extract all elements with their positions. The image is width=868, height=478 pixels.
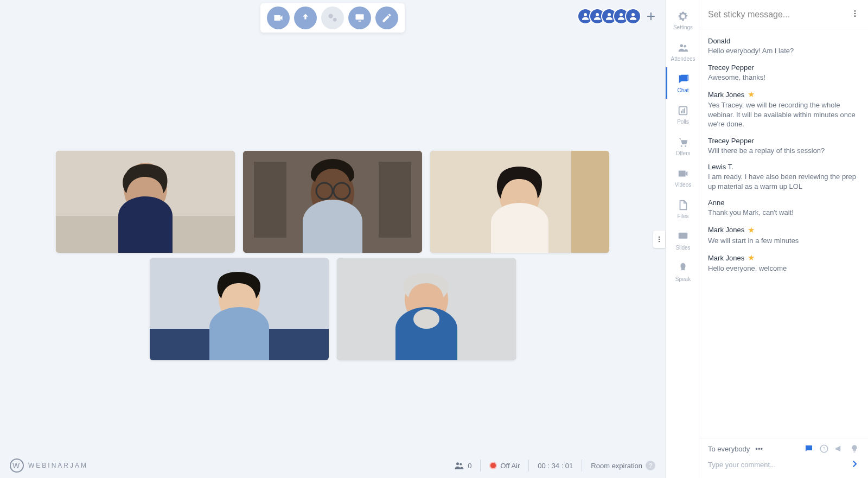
svg-point-8 [631, 13, 635, 16]
svg-point-33 [684, 44, 686, 47]
svg-point-0 [329, 14, 333, 18]
chat-footer: To everybody ••• ? [699, 438, 868, 478]
sidebar-item-label: Chat [677, 87, 688, 93]
draw-button[interactable] [375, 7, 398, 29]
svg-point-27 [659, 236, 660, 237]
brand: W WEBINARJAM [10, 458, 88, 473]
video-tile[interactable] [337, 258, 516, 360]
chat-message-text: Yes Tracey, we will be recording the who… [708, 100, 859, 129]
sidebar-item-settings[interactable]: Settings [666, 4, 699, 36]
svg-point-43 [854, 15, 856, 17]
audience-selector[interactable]: To everybody [708, 445, 750, 453]
sidebar-item-chat[interactable]: Chat [666, 67, 699, 99]
mic-button[interactable] [294, 7, 317, 29]
video-tile[interactable] [150, 258, 329, 360]
chat-message-text: I am ready. I have also been reviewing t… [708, 172, 859, 191]
svg-point-28 [659, 238, 660, 239]
video-tile[interactable] [56, 151, 235, 253]
star-icon: ★ [748, 225, 755, 235]
add-participant-button[interactable]: + [647, 8, 655, 25]
session-timer: 00 : 34 : 01 [538, 462, 573, 470]
sidebar-item-label: Speak [675, 276, 691, 282]
sidebar-item-files[interactable]: Files [666, 193, 699, 225]
svg-point-1 [333, 18, 337, 22]
sidebar-item-attendees[interactable]: Attendees [666, 36, 699, 67]
svg-point-26 [413, 309, 439, 329]
send-button[interactable] [850, 459, 859, 470]
chat-message-text: Hello everybody! Am I late? [708, 46, 859, 56]
audience-options[interactable]: ••• [755, 445, 763, 453]
dots-vertical-icon [655, 235, 663, 243]
screen-button[interactable] [348, 7, 371, 29]
brand-label: WEBINARJAM [28, 462, 88, 469]
divider [528, 460, 529, 471]
chat-message: Mark Jones ★Hello everyone, welcome [708, 253, 859, 273]
lightbulb-icon[interactable] [850, 444, 859, 454]
chat-input[interactable] [708, 461, 844, 469]
room-expiration: Room expiration ? [591, 461, 655, 470]
svg-point-31 [459, 463, 462, 465]
megaphone-icon[interactable] [834, 444, 844, 454]
sidebar-item-label: Polls [677, 119, 689, 125]
room-expiration-label: Room expiration [591, 462, 642, 470]
right-rail: SettingsAttendeesChatPollsOffersVideosFi… [665, 0, 699, 478]
sidebar-item-offers[interactable]: Offers [666, 130, 699, 162]
svg-point-6 [608, 13, 611, 16]
screen-icon [354, 12, 365, 23]
divider [582, 460, 582, 471]
chat-message-author: Anne [708, 199, 859, 207]
chat-message-author: Donald [708, 37, 859, 45]
offers-icon [677, 136, 689, 148]
svg-point-39 [685, 145, 686, 146]
star-icon: ★ [748, 253, 755, 263]
sidebar-item-videos[interactable]: Videos [666, 162, 699, 193]
star-icon: ★ [748, 90, 755, 99]
person-icon [628, 11, 638, 21]
chat-message-text: Hello everyone, welcome [708, 264, 859, 273]
chat-bubble-icon[interactable] [804, 444, 814, 454]
sidebar-item-slides[interactable]: Slides [666, 225, 699, 256]
chat-message-text: We will start in a few minutes [708, 236, 859, 246]
video-tile[interactable] [430, 151, 609, 253]
chat-message: Mark Jones ★We will start in a few minut… [708, 225, 859, 246]
chat-message-text: Will there be a replay of this session? [708, 146, 859, 156]
svg-text:?: ? [823, 447, 826, 451]
video-tile[interactable] [243, 151, 422, 253]
help-icon[interactable]: ? [646, 461, 655, 470]
chat-message-author: Mark Jones ★ [708, 253, 859, 263]
chat-header: Set sticky message... [699, 0, 868, 29]
chat-icon [677, 73, 689, 85]
footer-bar: W WEBINARJAM 0 Off Air 00 : 34 : 01 Room… [0, 453, 665, 478]
sidebar-item-label: Offers [675, 150, 690, 156]
share-icon [327, 12, 338, 23]
chat-message-text: Thank you Mark, can't wait! [708, 208, 859, 218]
polls-icon [677, 105, 689, 117]
camera-icon [273, 12, 284, 23]
chat-messages: DonaldHello everybody! Am I late?Trecey … [699, 29, 868, 438]
sidebar-item-speak[interactable]: Speak [666, 256, 699, 288]
person-icon [616, 11, 626, 21]
participant-avatars: + [577, 8, 655, 25]
chat-message: Lewis T.I am ready. I have also been rev… [708, 163, 859, 191]
sticky-message-placeholder[interactable]: Set sticky message... [708, 10, 790, 20]
share-button[interactable] [321, 7, 344, 29]
svg-rect-19 [571, 151, 609, 253]
files-icon [677, 199, 689, 211]
divider [480, 460, 481, 471]
question-circle-icon[interactable]: ? [819, 444, 829, 454]
sidebar-item-polls[interactable]: Polls [666, 99, 699, 130]
chat-header-menu[interactable] [851, 9, 859, 20]
chat-message: Trecey PepperWill there be a replay of t… [708, 137, 859, 156]
chat-message: AnneThank you Mark, can't wait! [708, 199, 859, 218]
svg-point-30 [456, 462, 459, 465]
chat-message: Mark Jones ★Yes Tracey, we will be recor… [708, 90, 859, 129]
svg-point-4 [584, 13, 587, 16]
svg-point-29 [659, 240, 660, 241]
svg-rect-36 [682, 109, 684, 113]
stage-options-button[interactable] [653, 231, 665, 248]
stage-area: + [0, 0, 665, 478]
camera-button[interactable] [267, 7, 290, 29]
avatar[interactable] [625, 8, 641, 24]
air-status[interactable]: Off Air [489, 462, 520, 470]
svg-point-38 [681, 145, 682, 146]
